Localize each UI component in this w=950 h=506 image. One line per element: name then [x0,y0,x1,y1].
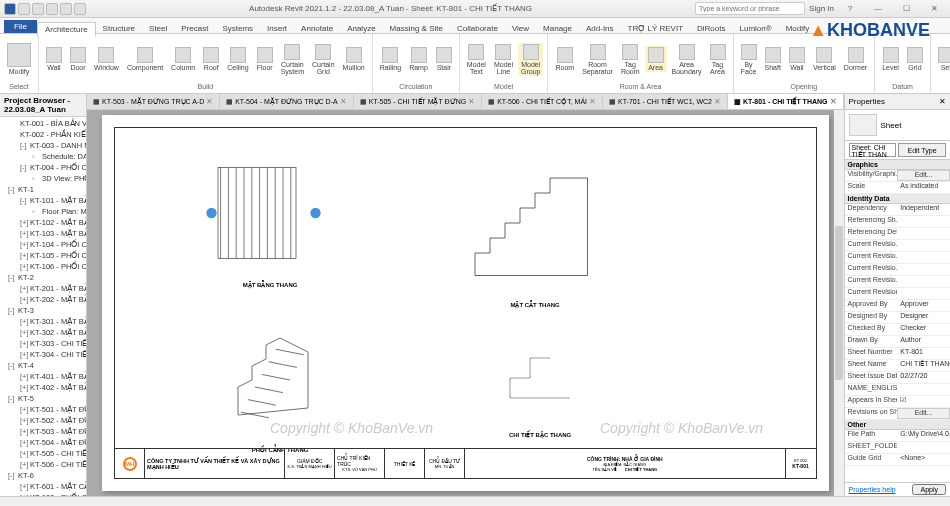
tree-node[interactable]: [+] KT-504 - MẶT ĐỨNG TRỤC D-A [0,437,86,448]
tree-node[interactable]: ▫ 3D View: PHỐI CẢNH [0,173,86,184]
tree-node[interactable]: [+] KT-103 - MẶT BẰNG MÁI [0,228,86,239]
tree-node[interactable]: [-] KT-1 [0,184,86,195]
ribbon-ceiling-button[interactable]: Ceiling [224,46,251,72]
ribbon-window-button[interactable]: Window [91,46,122,72]
ribbon-modeltext-button[interactable]: Model Text [464,43,489,76]
tree-node[interactable]: [+] KT-506 - CHI TIẾT CỘT, MÁI [0,459,86,470]
ribbon-modelgroup-button[interactable]: Model Group [518,43,543,76]
ribbon-vertical-button[interactable]: Vertical [810,46,839,72]
tree-node[interactable]: [+] KT-302 - MẶT BẰNG CỬA TẦNG 2 [0,327,86,338]
tree-node[interactable]: KT-002 - PHẦN KIẾN TRÚC [0,129,86,140]
tab-close-icon[interactable]: ✕ [206,97,213,106]
tree-node[interactable]: [+] KT-303 - CHI TIẾT CỬA [0,338,86,349]
prop-row[interactable]: Checked ByChecker [845,324,950,336]
tab-close-icon[interactable]: ✕ [714,97,721,106]
minimize-icon[interactable]: — [866,2,890,16]
tree-node[interactable]: [+] KT-401 - MẶT BẰNG LÁT SÀN TẦNG 1 [0,371,86,382]
tree-node[interactable]: [-] KT-3 [0,305,86,316]
app-menu-icon[interactable] [4,3,16,15]
ribbon-set-button[interactable]: Set [935,46,950,72]
project-browser[interactable]: Project Browser - 22.03.08_A Tuan KT-001… [0,94,87,496]
prop-row[interactable]: Drawn ByAuthor [845,336,950,348]
tab-close-icon[interactable]: ✕ [589,97,596,106]
canvas-scrollbar[interactable] [834,110,844,496]
prop-row[interactable]: Current Revisio... [845,276,950,288]
prop-section-header[interactable]: Other [845,420,950,430]
ribbon-roomseparator-button[interactable]: Room Separator [579,43,616,76]
prop-row[interactable]: SHEET_FOLDER [845,442,950,454]
viewport[interactable]: PHỐI CẢNH THANG [195,303,365,443]
qat-open-icon[interactable] [18,3,30,15]
tree-node[interactable]: [+] KT-402 - MẶT BẰNG LÁT SÀN TẦNG 2 [0,382,86,393]
prop-row[interactable]: Referencing Det... [845,228,950,240]
prop-row[interactable]: Current Revisio... [845,240,950,252]
ribbon-level-button[interactable]: Level [879,46,902,72]
search-input[interactable] [695,2,805,15]
prop-row[interactable]: ScaleAs indicated [845,182,950,194]
tree-node[interactable]: [-] KT-4 [0,360,86,371]
tree-node[interactable]: KT-001 - BÌA BẢN VẼ [0,118,86,129]
qat-print-icon[interactable] [74,3,86,15]
properties-close-icon[interactable]: ✕ [939,97,946,106]
tree-node[interactable]: [+] KT-505 - CHI TIẾT MẶT ĐỨNG [0,448,86,459]
tree-node[interactable]: [+] KT-201 - MẶT BẰNG TƯỜNG XÂY TẦNG 1 [0,283,86,294]
prop-row[interactable]: Appears In Shee...☑ [845,396,950,408]
tree-node[interactable]: [+] KT-304 - CHI TIẾT CỬA [0,349,86,360]
tree-node[interactable]: [+] KT-601 - MẶT CẮT A-A [0,481,86,492]
properties-selector[interactable]: Sheet: CHI TIẾT THAN [849,143,896,157]
ribbon-wall-button[interactable]: Wall [43,46,65,72]
prop-row[interactable]: File PathG:\My Drive\4.0... [845,430,950,442]
tree-node[interactable]: [+] KT-106 - PHỐI CẢNH MÁI [0,261,86,272]
qat-undo-icon[interactable] [46,3,58,15]
tree-node[interactable]: ▫ Schedule: DANH MỤC BẢN VẼ KIẾN TRÚC [0,151,86,162]
prop-row[interactable]: Designed ByDesigner [845,312,950,324]
ribbon-tagarea-button[interactable]: Tag Area [707,43,729,76]
viewport[interactable]: MẶT CẮT THANG [425,148,645,298]
prop-row[interactable]: DependencyIndependent [845,204,950,216]
prop-row[interactable]: Current Revisio... [845,252,950,264]
ribbon-roof-button[interactable]: Roof [200,46,222,72]
qat-redo-icon[interactable] [60,3,72,15]
ribbon-modelline-button[interactable]: Model Line [491,43,516,76]
ribbon-tab-architecture[interactable]: Architecture [37,22,96,37]
prop-row[interactable]: Sheet NameCHI TIẾT THANG [845,360,950,372]
tree-node[interactable]: [+] KT-602 - PHỐI CẢNH MẶT CẮT A-A [0,492,86,496]
tree-node[interactable]: [+] KT-501 - MẶT ĐỨNG TRỤC 3-1 [0,404,86,415]
tree-node[interactable]: [-] KT-6 [0,470,86,481]
ribbon-room-button[interactable]: Room [552,46,577,72]
prop-row[interactable]: Sheet NumberKT-801 [845,348,950,360]
ribbon-area-button[interactable]: Area [645,46,667,72]
tab-close-icon[interactable]: ✕ [340,97,347,106]
viewport[interactable]: MẶT BẰNG THANG [175,148,365,278]
properties-grid[interactable]: GraphicsVisibility/Graphi...Edit...Scale… [845,160,950,482]
tree-node[interactable]: [-] KT-004 - PHỐI CẢNH [0,162,86,173]
tree-node[interactable]: [+] KT-502 - MẶT ĐỨNG TRỤC 1-3 [0,415,86,426]
ribbon-railing-button[interactable]: Railing [377,46,404,72]
drawing-canvas[interactable]: MẶT BẰNG THANGMẶT CẮT THANGPHỐI CẢNH THA… [87,110,843,496]
tree-node[interactable]: [+] KT-301 - MẶT BẰNG CỬA TẦNG 1 [0,316,86,327]
ribbon-curtaingrid-button[interactable]: Curtain Grid [309,43,338,76]
ribbon-door-button[interactable]: Door [67,46,89,72]
view-tab[interactable]: ▦KT-801 - CHI TIẾT THANG✕ [728,94,844,109]
tree-node[interactable]: [+] KT-202 - MẶT BẰNG TƯỜNG XÂY TẦNG 2 [0,294,86,305]
ribbon-dormer-button[interactable]: Dormer [841,46,870,72]
properties-help-link[interactable]: Properties help [849,486,896,493]
tree-node[interactable]: ▫ Floor Plan: MẶT BẰNG NỘI THẤT TẦNG 1 [0,206,86,217]
ribbon-column-button[interactable]: Column [168,46,198,72]
prop-row[interactable]: Guide Grid<None> [845,454,950,466]
view-tab[interactable]: ▦KT-504 - MẶT ĐỨNG TRỤC D-A✕ [220,94,353,109]
prop-row[interactable]: Current Revisio... [845,264,950,276]
view-tab[interactable]: ▦KT-701 - CHI TIẾT WC1, WC2✕ [603,94,728,109]
file-tab[interactable]: File [4,20,37,33]
view-tab[interactable]: ▦KT-506 - CHI TIẾT CỘT, MÁI✕ [482,94,603,109]
prop-row[interactable]: Approved ByApprover [845,300,950,312]
ribbon-modify-button[interactable]: Modify [4,42,34,76]
tree-node[interactable]: [+] KT-104 - PHỐI CẢNH NỘI THẤT TẦNG 1 [0,239,86,250]
ribbon-floor-button[interactable]: Floor [254,46,276,72]
apply-button[interactable]: Apply [912,484,946,495]
ribbon-component-button[interactable]: Component [124,46,166,72]
tree-node[interactable]: [-] KT-5 [0,393,86,404]
view-tab[interactable]: ▦KT-505 - CHI TIẾT MẶT ĐỨNG✕ [354,94,482,109]
ribbon-grid-button[interactable]: Grid [904,46,926,72]
tree-node[interactable]: [+] KT-105 - PHỐI CẢNH NỘI THẤT TẦNG 2 [0,250,86,261]
